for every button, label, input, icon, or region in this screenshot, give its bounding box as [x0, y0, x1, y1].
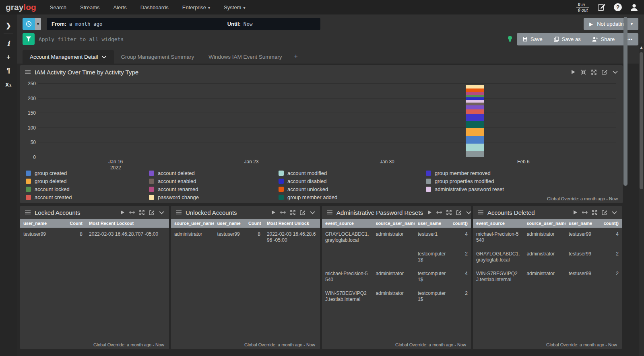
- legend-item-account-enabled[interactable]: account enabled: [149, 178, 279, 185]
- chevron-down-icon[interactable]: [613, 70, 618, 74]
- edit-icon[interactable]: [602, 69, 607, 75]
- add-tab-button[interactable]: +: [289, 49, 302, 64]
- logo-text-gray: gray: [6, 2, 23, 12]
- legend-item-administrative-password-reset[interactable]: administrative password reset: [426, 186, 617, 193]
- legend-item-account-created[interactable]: account created: [26, 194, 149, 201]
- table-cell: 2: [449, 287, 471, 307]
- bar-segment-account-created: [466, 109, 484, 114]
- filter-input[interactable]: [39, 33, 502, 45]
- legend-item-account-locked[interactable]: account locked: [26, 186, 149, 193]
- move-horizontal-icon[interactable]: [436, 210, 442, 214]
- legend-item-group-deleted[interactable]: group deleted: [26, 178, 149, 185]
- tab-group-management-summary[interactable]: Group Management Summary: [114, 50, 202, 64]
- expand-icon[interactable]: [591, 70, 597, 75]
- legend-swatch: [426, 179, 431, 184]
- expand-icon[interactable]: [592, 210, 597, 215]
- time-range-type-button[interactable]: ▼: [23, 18, 41, 30]
- legend-item-password-change[interactable]: password change: [149, 194, 279, 201]
- play-icon[interactable]: [427, 210, 432, 215]
- legend-item-group-created[interactable]: group created: [26, 170, 149, 177]
- play-icon[interactable]: [120, 210, 125, 215]
- play-icon[interactable]: [271, 210, 276, 215]
- scroll-up-arrow-icon[interactable]: ▲: [639, 43, 644, 49]
- edit-icon[interactable]: [300, 210, 305, 215]
- table-cell: GRAYLOGLABDC1.grayloglab.local: [322, 228, 372, 247]
- help-icon[interactable]: ?: [614, 3, 622, 11]
- save-as-button[interactable]: Save as: [548, 33, 586, 45]
- scrollbar-thumb[interactable]: [640, 52, 643, 189]
- nav-item-search[interactable]: Search: [50, 4, 66, 10]
- chevron-down-icon[interactable]: [612, 211, 617, 214]
- gridline: [38, 157, 616, 157]
- widget-controls: [573, 210, 617, 215]
- table-cell: administrator: [523, 228, 566, 247]
- legend-item-account-renamed[interactable]: account renamed: [149, 186, 279, 193]
- share-button[interactable]: Share: [586, 33, 621, 45]
- filter-button[interactable]: [23, 33, 35, 45]
- caret-down-icon[interactable]: ▼: [35, 18, 41, 30]
- window-scrollbar[interactable]: ▲: [639, 43, 644, 356]
- chevron-down-icon[interactable]: [159, 211, 164, 214]
- fields-button[interactable]: x₁: [0, 78, 17, 91]
- graylog-logo[interactable]: graylog: [6, 2, 36, 12]
- legend-item-group-properties-modified[interactable]: group properties modified: [426, 178, 617, 185]
- time-range-input[interactable]: From: a month ago Until: Now: [47, 18, 320, 30]
- navbar-menu: SearchStreamsAlertsDashboardsEnterprise▾…: [50, 4, 246, 10]
- chevron-down-icon[interactable]: [101, 55, 107, 59]
- scrollbar-thumb[interactable]: [623, 17, 627, 186]
- move-horizontal-icon[interactable]: [280, 210, 286, 214]
- create-button[interactable]: +: [0, 50, 17, 64]
- drag-handle-icon[interactable]: [25, 210, 31, 214]
- page-scrollbar[interactable]: [623, 16, 627, 356]
- nav-item-enterprise[interactable]: Enterprise▾: [182, 4, 210, 10]
- description-button[interactable]: i: [0, 37, 17, 50]
- edit-icon[interactable]: [149, 210, 155, 215]
- table-cell: testuser1: [415, 228, 449, 247]
- column-header-source-user-name: source_user_name: [372, 219, 415, 228]
- nav-item-dashboards[interactable]: Dashboards: [140, 4, 169, 10]
- table-cell: michael-Precision-5540: [322, 267, 372, 287]
- compress-icon[interactable]: [581, 70, 586, 75]
- legend-item-account-deleted[interactable]: account deleted: [149, 170, 279, 177]
- expand-icon[interactable]: [446, 210, 452, 215]
- legend-label: account disabled: [287, 178, 327, 184]
- chart-widget-title: IAM Activity Over Time by Activity Type: [35, 69, 138, 76]
- legend-item-account-disabled[interactable]: account disabled: [279, 178, 426, 185]
- move-horizontal-icon[interactable]: [129, 210, 135, 214]
- legend-item-group-member-added[interactable]: group member added: [279, 194, 426, 201]
- legend-item-group-member-removed[interactable]: group member removed: [426, 170, 617, 177]
- expand-sidebar-button[interactable]: ❯: [0, 19, 17, 32]
- user-icon[interactable]: [630, 3, 638, 12]
- drag-handle-icon[interactable]: [176, 210, 182, 214]
- play-icon[interactable]: [571, 70, 576, 74]
- legend-item-account-modified[interactable]: account modified: [279, 170, 426, 177]
- nav-item-system[interactable]: System▾: [224, 4, 245, 10]
- refresh-button[interactable]: ▶ Not updating ▾: [584, 18, 638, 30]
- gridline: [38, 98, 616, 99]
- edit-dashboards-icon[interactable]: [597, 3, 606, 12]
- tab-account-management-detail[interactable]: Account Management Detail: [23, 50, 114, 64]
- expand-icon[interactable]: [290, 210, 295, 215]
- gridline: [38, 83, 616, 84]
- chevron-down-icon[interactable]: [466, 211, 471, 214]
- chevron-down-icon[interactable]: [310, 211, 315, 214]
- lightbulb-icon[interactable]: [507, 35, 513, 43]
- legend-item-account-unlocked[interactable]: account unlocked: [279, 186, 426, 193]
- edit-icon[interactable]: [602, 210, 607, 215]
- edit-icon[interactable]: [456, 210, 462, 215]
- question-mark-icon: ?: [614, 3, 622, 11]
- expand-icon[interactable]: [139, 210, 144, 215]
- save-button[interactable]: Save: [517, 33, 548, 45]
- move-horizontal-icon[interactable]: [582, 210, 588, 214]
- legend-swatch: [149, 195, 154, 200]
- drag-handle-icon[interactable]: [478, 210, 483, 214]
- nav-item-streams[interactable]: Streams: [80, 4, 99, 10]
- table-cell: testuser99: [566, 267, 600, 287]
- nav-item-alerts[interactable]: Alerts: [113, 4, 126, 10]
- play-icon[interactable]: [573, 210, 578, 215]
- y-axis-tick-label: 200: [21, 96, 36, 101]
- tab-windows-iam-event-summary[interactable]: Windows IAM Event Summary: [201, 50, 289, 64]
- drag-handle-icon[interactable]: [327, 210, 332, 214]
- formatting-button[interactable]: ¶: [0, 64, 17, 78]
- drag-handle-icon[interactable]: [25, 70, 31, 74]
